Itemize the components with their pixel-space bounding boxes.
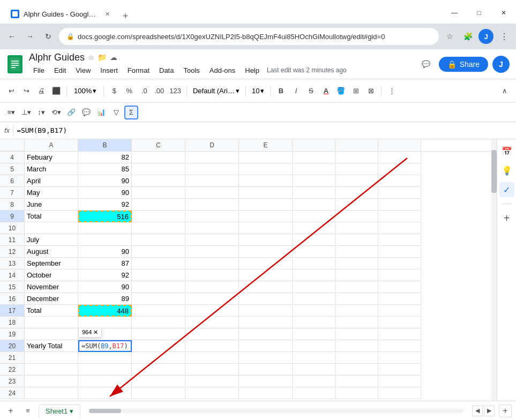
cell-e10[interactable] xyxy=(239,222,293,234)
cell-c20[interactable] xyxy=(132,340,185,352)
cell-f22[interactable] xyxy=(293,364,335,376)
cell-g4[interactable] xyxy=(335,152,378,163)
cell-a22[interactable] xyxy=(25,364,78,376)
cell-f7[interactable] xyxy=(293,187,335,199)
more-formats-button[interactable]: ⋮ xyxy=(385,84,399,98)
cell-c5[interactable] xyxy=(132,163,185,175)
cell-c13[interactable] xyxy=(132,258,185,269)
cell-c7[interactable] xyxy=(132,187,185,199)
cell-c8[interactable] xyxy=(132,199,185,211)
check-sidebar-icon[interactable]: ✓ xyxy=(499,182,514,197)
decimal2-button[interactable]: .00 xyxy=(152,84,166,98)
cell-a11[interactable]: July xyxy=(25,234,78,246)
cell-h14[interactable] xyxy=(378,269,421,281)
cell-c16[interactable] xyxy=(132,293,185,305)
cell-b9[interactable]: 516 xyxy=(78,211,132,222)
cell-f13[interactable] xyxy=(293,258,335,269)
cell-a19[interactable] xyxy=(25,328,78,340)
cell-f16[interactable] xyxy=(293,293,335,305)
row-header-18[interactable]: 18 xyxy=(0,317,25,328)
row-header-8[interactable]: 8 xyxy=(0,199,25,211)
cell-h9[interactable] xyxy=(378,211,421,222)
cell-d11[interactable] xyxy=(185,234,239,246)
cell-d7[interactable] xyxy=(185,187,239,199)
row-header-7[interactable]: 7 xyxy=(0,187,25,199)
cell-e6[interactable] xyxy=(239,175,293,187)
share-button[interactable]: 🔒 Share xyxy=(439,57,488,72)
row-header-15[interactable]: 15 xyxy=(0,281,25,293)
cell-c12[interactable] xyxy=(132,246,185,258)
menu-help[interactable]: Help xyxy=(241,64,264,77)
menu-file[interactable]: File xyxy=(29,64,49,77)
cell-e24[interactable] xyxy=(239,387,293,399)
cell-g5[interactable] xyxy=(335,163,378,175)
cell-a24[interactable] xyxy=(25,387,78,399)
sigma-button[interactable]: Σ xyxy=(124,106,138,119)
cell-b10[interactable] xyxy=(78,222,132,234)
row-header-14[interactable]: 14 xyxy=(0,269,25,281)
cell-e18[interactable] xyxy=(239,317,293,328)
cell-a21[interactable] xyxy=(25,352,78,364)
cell-g23[interactable] xyxy=(335,376,378,387)
cell-c19[interactable] xyxy=(132,328,185,340)
cell-f6[interactable] xyxy=(293,175,335,187)
cell-d10[interactable] xyxy=(185,222,239,234)
col-header-a[interactable]: A xyxy=(25,139,78,151)
cell-d9[interactable] xyxy=(185,211,239,222)
cell-f9[interactable] xyxy=(293,211,335,222)
cell-a14[interactable]: October xyxy=(25,269,78,281)
cell-h17[interactable] xyxy=(378,305,421,317)
cell-a10[interactable] xyxy=(25,222,78,234)
cell-d15[interactable] xyxy=(185,281,239,293)
star-icon[interactable]: ☆ xyxy=(88,54,94,62)
cell-b21[interactable] xyxy=(78,352,132,364)
row-header-23[interactable]: 23 xyxy=(0,376,25,387)
row-header-11[interactable]: 11 xyxy=(0,234,25,246)
user-avatar[interactable]: J xyxy=(492,56,510,73)
cell-b19[interactable]: 964 ✕ xyxy=(78,328,132,340)
cell-a16[interactable]: December xyxy=(25,293,78,305)
font-color-button[interactable]: A xyxy=(319,84,333,98)
cell-h20[interactable] xyxy=(378,340,421,352)
cell-b22[interactable] xyxy=(78,364,132,376)
decimal1-button[interactable]: .0 xyxy=(137,84,151,98)
cell-g24[interactable] xyxy=(335,387,378,399)
active-tab[interactable]: Alphr Guides - Google Sheets ✕ xyxy=(4,4,118,24)
minimize-button[interactable]: — xyxy=(442,4,467,21)
cell-b12[interactable]: 90 xyxy=(78,246,132,258)
link-button[interactable]: 🔗 xyxy=(64,106,78,119)
row-header-12[interactable]: 12 xyxy=(0,246,25,258)
menu-view[interactable]: View xyxy=(71,64,95,77)
cell-e16[interactable] xyxy=(239,293,293,305)
text-rotate-button[interactable]: ↕▾ xyxy=(34,106,48,119)
row-header-6[interactable]: 6 xyxy=(0,175,25,187)
cell-h12[interactable] xyxy=(378,246,421,258)
collapse-toolbar-button[interactable]: ∧ xyxy=(498,84,512,98)
cell-c11[interactable] xyxy=(132,234,185,246)
font-size-selector[interactable]: 10 ▾ xyxy=(249,84,267,98)
cell-f17[interactable] xyxy=(293,305,335,317)
cell-g22[interactable] xyxy=(335,364,378,376)
add-sidebar-icon[interactable]: + xyxy=(499,211,514,226)
cell-g10[interactable] xyxy=(335,222,378,234)
cell-h4[interactable] xyxy=(378,152,421,163)
cell-b17[interactable]: 448 xyxy=(78,305,132,317)
cell-h16[interactable] xyxy=(378,293,421,305)
cell-d24[interactable] xyxy=(185,387,239,399)
col-header-f[interactable] xyxy=(293,139,335,151)
cell-e11[interactable] xyxy=(239,234,293,246)
cell-c15[interactable] xyxy=(132,281,185,293)
cell-c10[interactable] xyxy=(132,222,185,234)
cell-f10[interactable] xyxy=(293,222,335,234)
cell-e23[interactable] xyxy=(239,376,293,387)
cell-c21[interactable] xyxy=(132,352,185,364)
row-header-5[interactable]: 5 xyxy=(0,163,25,175)
menu-data[interactable]: Data xyxy=(155,64,178,77)
horizontal-scrollbar[interactable] xyxy=(89,409,463,413)
cell-d20[interactable] xyxy=(185,340,239,352)
bold-button[interactable]: B xyxy=(274,84,288,98)
cell-h19[interactable] xyxy=(378,328,421,340)
strikethrough-button[interactable]: S xyxy=(304,84,318,98)
cell-g8[interactable] xyxy=(335,199,378,211)
cell-f5[interactable] xyxy=(293,163,335,175)
